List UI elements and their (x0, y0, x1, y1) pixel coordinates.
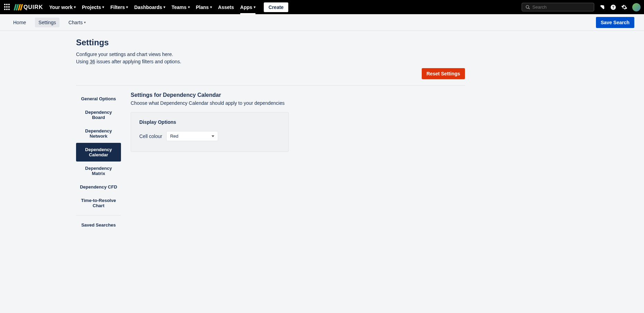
topnav-right: ? (522, 3, 641, 11)
chevron-down-icon: ▾ (126, 5, 128, 9)
avatar[interactable] (632, 3, 641, 11)
side-tabs: General Options Dependency Board Depende… (76, 92, 121, 232)
content-row: General Options Dependency Board Depende… (76, 92, 465, 232)
chevron-down-icon: ▾ (254, 5, 255, 9)
help-icon[interactable]: ? (610, 4, 616, 10)
side-tab-saved-searches[interactable]: Saved Searches (76, 218, 121, 232)
topnav: QUIRK Your work▾ Projects▾ Filters▾ Dash… (0, 0, 644, 14)
side-tab-calendar[interactable]: Dependency Calendar (76, 143, 121, 162)
topnav-items: Your work▾ Projects▾ Filters▾ Dashboards… (49, 2, 289, 12)
issue-count[interactable]: 36 (90, 59, 95, 64)
notifications-icon[interactable] (599, 4, 605, 10)
panel: Settings for Dependency Calendar Choose … (131, 92, 289, 232)
cell-colour-label: Cell colour (139, 134, 162, 139)
subnav-home[interactable]: Home (10, 18, 29, 27)
subnav-right: Save Search (596, 17, 634, 28)
search-icon (525, 5, 530, 10)
side-tab-matrix[interactable]: Dependency Matrix (76, 162, 121, 180)
page-subtitle-line2: Using 36 issues after applying filters a… (76, 58, 465, 65)
logo-icon (15, 4, 22, 10)
side-tab-board[interactable]: Dependency Board (76, 105, 121, 124)
nav-assets[interactable]: Assets (218, 4, 234, 10)
search-box[interactable] (522, 3, 594, 11)
chevron-down-icon: ▾ (74, 5, 76, 9)
page-subtitle-line1: Configure your settings and chart views … (76, 51, 465, 58)
logo-text: QUIRK (24, 4, 43, 10)
chevron-down-icon: ▾ (164, 5, 165, 9)
app-switcher-icon[interactable] (3, 3, 12, 11)
search-input[interactable] (532, 4, 590, 10)
main: Settings Configure your settings and cha… (0, 31, 465, 246)
chevron-down-icon: ▾ (102, 5, 104, 9)
nav-dashboards[interactable]: Dashboards▾ (134, 4, 165, 10)
panel-sub: Choose what Dependency Calendar should a… (131, 100, 289, 106)
chevron-down-icon: ▾ (210, 5, 212, 9)
subnav-charts[interactable]: Charts▾ (65, 18, 89, 27)
nav-your-work[interactable]: Your work▾ (49, 4, 76, 10)
cell-colour-value: Red (170, 134, 178, 139)
card-heading: Display Options (139, 119, 280, 125)
display-options-card: Display Options Cell colour Red (131, 112, 289, 152)
subnav: Home Settings Charts▾ Save Search (0, 14, 644, 31)
reset-settings-button[interactable]: Reset Settings (422, 68, 465, 79)
side-tab-cfd[interactable]: Dependency CFD (76, 180, 121, 194)
subnav-settings[interactable]: Settings (35, 18, 59, 27)
cell-colour-row: Cell colour Red (139, 131, 280, 141)
side-separator (76, 215, 121, 215)
svg-text:?: ? (612, 5, 614, 9)
side-tab-network[interactable]: Dependency Network (76, 124, 121, 143)
create-button[interactable]: Create (264, 2, 289, 12)
chevron-down-icon: ▾ (84, 20, 86, 24)
header-row: Reset Settings (76, 68, 465, 86)
subnav-items: Home Settings Charts▾ (10, 18, 89, 27)
side-tab-ttr[interactable]: Time-to-Resolve Chart (76, 194, 121, 212)
svg-point-0 (526, 5, 529, 8)
nav-projects[interactable]: Projects▾ (82, 4, 104, 10)
nav-teams[interactable]: Teams▾ (171, 4, 189, 10)
panel-heading: Settings for Dependency Calendar (131, 92, 289, 98)
side-tab-general[interactable]: General Options (76, 92, 121, 105)
save-search-button[interactable]: Save Search (596, 17, 634, 28)
page-subtitle: Configure your settings and chart views … (76, 51, 465, 65)
cell-colour-select[interactable]: Red (166, 131, 218, 141)
logo[interactable]: QUIRK (15, 4, 43, 10)
nav-filters[interactable]: Filters▾ (110, 4, 128, 10)
svg-line-1 (529, 8, 530, 9)
chevron-down-icon: ▾ (188, 5, 190, 9)
page-title: Settings (76, 38, 465, 47)
settings-icon[interactable] (621, 4, 627, 10)
nav-plans[interactable]: Plans▾ (196, 4, 212, 10)
nav-apps[interactable]: Apps▾ (240, 4, 255, 10)
